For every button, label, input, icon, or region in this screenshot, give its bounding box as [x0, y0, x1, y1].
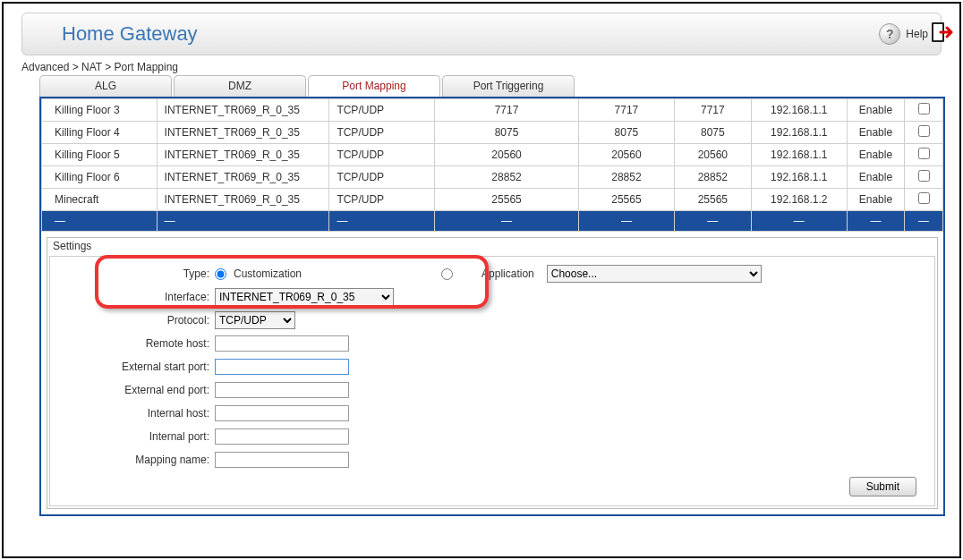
- cell-p1: 8075: [435, 122, 579, 144]
- cell-p1: 20560: [435, 144, 579, 166]
- tab-alg[interactable]: ALG: [39, 75, 172, 97]
- cell-enable: Enable: [847, 189, 904, 211]
- external-start-port-input[interactable]: [215, 359, 349, 375]
- remote-host-input[interactable]: [215, 335, 349, 352]
- application-label: Application: [482, 267, 534, 280]
- row-checkbox[interactable]: [918, 192, 930, 204]
- tab-port-triggering[interactable]: Port Triggering: [442, 75, 575, 97]
- row-checkbox-cell: [905, 189, 943, 211]
- internal-port-input[interactable]: [215, 428, 349, 445]
- mapping-name-input[interactable]: [215, 452, 349, 468]
- cell-enable: Enable: [847, 166, 904, 189]
- main-panel: Killing Floor 3INTERNET_TR069_R_0_35TCP/…: [39, 97, 945, 516]
- cell-p3: 25565: [675, 189, 752, 211]
- cell-iface: INTERNET_TR069_R_0_35: [157, 99, 329, 122]
- cell-name: Minecraft: [42, 189, 158, 211]
- cell-ip: 192.168.1.2: [751, 189, 847, 211]
- interface-label: Interface:: [54, 291, 215, 303]
- cell-p1: 7717: [435, 99, 579, 122]
- cell-p2: 20560: [578, 144, 674, 166]
- cell-enable: Enable: [847, 99, 904, 122]
- protocol-label: Protocol:: [54, 314, 215, 327]
- cell-p3: 8075: [675, 122, 752, 144]
- cell-proto: TCP/UDP: [329, 144, 435, 166]
- table-row: Killing Floor 4INTERNET_TR069_R_0_35TCP/…: [42, 122, 943, 144]
- internal-host-input[interactable]: [215, 405, 349, 421]
- row-checkbox-cell: [905, 166, 943, 189]
- cell-iface: INTERNET_TR069_R_0_35: [157, 122, 329, 144]
- row-checkbox-cell: [905, 99, 943, 122]
- tab-bar: ALG DMZ Port Mapping Port Triggering: [39, 75, 959, 97]
- cell-name: Killing Floor 6: [42, 166, 158, 189]
- table-row: Killing Floor 6INTERNET_TR069_R_0_35TCP/…: [42, 166, 943, 189]
- int-port-label: Internal port:: [54, 430, 215, 443]
- type-option-label: Customization: [234, 267, 302, 280]
- protocol-select[interactable]: TCP/UDP: [215, 311, 295, 329]
- mapping-name-label: Mapping name:: [54, 454, 215, 466]
- help-label: Help: [906, 28, 928, 40]
- cell-proto: TCP/UDP: [329, 99, 435, 122]
- cell-iface: INTERNET_TR069_R_0_35: [157, 189, 329, 211]
- help-link[interactable]: ? Help: [879, 23, 928, 45]
- cell-p3: 28852: [675, 166, 752, 189]
- cell-enable: Enable: [847, 144, 904, 166]
- settings-box: Settings Type: Customization Application…: [47, 237, 938, 509]
- header-bar: Home Gateway ? Help: [21, 13, 942, 55]
- separator-row: —————————: [42, 211, 943, 232]
- table-row: Killing Floor 3INTERNET_TR069_R_0_35TCP/…: [42, 99, 943, 122]
- page-title: Home Gateway: [62, 22, 198, 46]
- row-checkbox-cell: [905, 144, 943, 166]
- cell-p3: 20560: [675, 144, 752, 166]
- exit-icon[interactable]: [929, 20, 954, 45]
- cell-iface: INTERNET_TR069_R_0_35: [157, 166, 329, 189]
- type-radio-customization[interactable]: [215, 268, 226, 280]
- port-mapping-table: Killing Floor 3INTERNET_TR069_R_0_35TCP/…: [41, 98, 943, 232]
- cell-p2: 28852: [578, 166, 674, 189]
- row-checkbox[interactable]: [918, 148, 930, 159]
- cell-name: Killing Floor 3: [42, 99, 158, 122]
- external-end-port-input[interactable]: [215, 382, 349, 398]
- cell-proto: TCP/UDP: [329, 122, 435, 144]
- int-host-label: Internal host:: [54, 407, 215, 420]
- cell-p1: 28852: [435, 166, 579, 189]
- row-checkbox[interactable]: [918, 125, 930, 137]
- cell-ip: 192.168.1.1: [751, 144, 847, 166]
- cell-p2: 8075: [578, 122, 674, 144]
- help-icon: ?: [879, 23, 900, 45]
- breadcrumb: Advanced > NAT > Port Mapping: [21, 61, 959, 73]
- cell-p2: 7717: [578, 99, 674, 122]
- cell-name: Killing Floor 4: [42, 122, 158, 144]
- ext-start-label: External start port:: [54, 361, 215, 373]
- type-label: Type:: [54, 267, 215, 280]
- type-radio-application[interactable]: [441, 268, 453, 280]
- row-checkbox[interactable]: [918, 170, 930, 182]
- cell-iface: INTERNET_TR069_R_0_35: [157, 144, 329, 166]
- cell-proto: TCP/UDP: [329, 166, 435, 189]
- remote-host-label: Remote host:: [54, 337, 215, 350]
- cell-p1: 25565: [435, 189, 579, 211]
- submit-button[interactable]: Submit: [849, 477, 916, 496]
- row-checkbox[interactable]: [918, 103, 930, 115]
- cell-ip: 192.168.1.1: [751, 99, 847, 122]
- table-row: MinecraftINTERNET_TR069_R_0_35TCP/UDP255…: [42, 189, 943, 211]
- tab-port-mapping[interactable]: Port Mapping: [308, 75, 440, 97]
- settings-title: Settings: [47, 238, 937, 254]
- cell-ip: 192.168.1.1: [751, 166, 847, 189]
- interface-select[interactable]: INTERNET_TR069_R_0_35: [215, 288, 394, 306]
- row-checkbox-cell: [905, 122, 943, 144]
- cell-name: Killing Floor 5: [42, 144, 158, 166]
- cell-p2: 25565: [578, 189, 674, 211]
- tab-dmz[interactable]: DMZ: [174, 75, 306, 97]
- application-select[interactable]: Choose...: [547, 265, 762, 283]
- cell-enable: Enable: [847, 122, 904, 144]
- cell-p3: 7717: [675, 99, 752, 122]
- cell-ip: 192.168.1.1: [751, 122, 847, 144]
- table-row: Killing Floor 5INTERNET_TR069_R_0_35TCP/…: [42, 144, 943, 166]
- cell-proto: TCP/UDP: [329, 189, 435, 211]
- ext-end-label: External end port:: [54, 384, 215, 396]
